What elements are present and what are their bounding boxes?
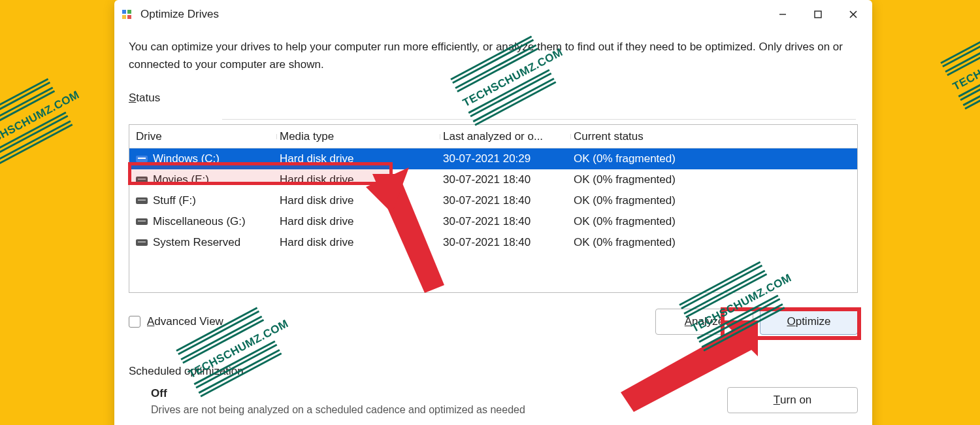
drive-table: Drive Media type Last analyzed or o... C… [129, 124, 858, 293]
media-type-cell: Hard disk drive [280, 215, 443, 228]
app-icon [121, 8, 134, 21]
current-status-cell: OK (0% fragmented) [574, 194, 857, 207]
table-row[interactable]: Stuff (F:)Hard disk drive30-07-2021 18:4… [129, 190, 857, 211]
table-row[interactable]: Movies (E:)Hard disk drive30-07-2021 18:… [129, 169, 857, 190]
drive-name-cell: Movies (E:) [136, 173, 280, 186]
drive-icon [136, 156, 148, 162]
current-status-cell: OK (0% fragmented) [574, 173, 857, 186]
last-analyzed-cell: 30-07-2021 18:40 [443, 236, 574, 249]
drive-name-cell: System Reserved [136, 236, 280, 249]
drive-name: Miscellaneous (G:) [153, 215, 246, 228]
drive-icon [136, 218, 148, 225]
svg-rect-1 [127, 10, 131, 14]
drive-name: Stuff (F:) [153, 194, 196, 207]
table-row[interactable]: Windows (C:)Hard disk drive30-07-2021 20… [129, 148, 857, 169]
media-type-cell: Hard disk drive [280, 236, 443, 249]
svg-rect-5 [815, 11, 821, 18]
table-row[interactable]: Miscellaneous (G:)Hard disk drive30-07-2… [129, 211, 857, 232]
optimize-button[interactable]: Optimize [760, 309, 858, 335]
close-button[interactable] [836, 2, 871, 27]
drive-name: Movies (E:) [153, 173, 209, 186]
media-type-cell: Hard disk drive [280, 194, 443, 207]
drive-name-cell: Miscellaneous (G:) [136, 215, 280, 228]
status-label: Status [129, 92, 160, 105]
close-icon [849, 10, 858, 19]
watermark: TECHSCHUMZ.COM [940, 10, 980, 113]
col-media-type[interactable]: Media type [280, 130, 443, 143]
drive-name: System Reserved [153, 236, 240, 249]
drive-name: Windows (C:) [153, 152, 220, 165]
turn-on-button[interactable]: Turn on [727, 387, 858, 413]
media-type-cell: Hard disk drive [280, 152, 443, 165]
last-analyzed-cell: 30-07-2021 18:40 [443, 194, 574, 207]
current-status-cell: OK (0% fragmented) [574, 152, 857, 165]
titlebar: Optimize Drives [114, 0, 872, 29]
drive-table-header[interactable]: Drive Media type Last analyzed or o... C… [129, 125, 857, 148]
analyze-button[interactable]: Analyze [655, 309, 753, 335]
maximize-icon [813, 10, 823, 19]
col-current-status[interactable]: Current status [574, 130, 857, 143]
last-analyzed-cell: 30-07-2021 18:40 [443, 173, 574, 186]
divider [222, 119, 856, 120]
svg-rect-0 [122, 10, 126, 14]
current-status-cell: OK (0% fragmented) [574, 236, 857, 249]
last-analyzed-cell: 30-07-2021 18:40 [443, 215, 574, 228]
advanced-view-checkbox[interactable]: Advanced View [129, 315, 223, 328]
minimize-icon [778, 10, 787, 19]
table-row[interactable]: System ReservedHard disk drive30-07-2021… [129, 232, 857, 253]
scheduled-optimization-label: Scheduled optimization [129, 365, 858, 378]
drive-name-cell: Windows (C:) [136, 152, 280, 165]
scheduled-state: Off [151, 387, 525, 400]
col-last-analyzed[interactable]: Last analyzed or o... [443, 130, 574, 143]
optimize-drives-window: Optimize Drives You can optimize your dr… [114, 0, 872, 425]
maximize-button[interactable] [800, 2, 836, 27]
drive-name-cell: Stuff (F:) [136, 194, 280, 207]
window-title: Optimize Drives [140, 8, 765, 21]
svg-rect-2 [122, 15, 126, 19]
advanced-view-label: Advanced View [147, 315, 223, 328]
last-analyzed-cell: 30-07-2021 20:29 [443, 152, 574, 165]
checkbox-icon [129, 316, 140, 328]
minimize-button[interactable] [765, 2, 800, 27]
description-text: You can optimize your drives to help you… [129, 38, 858, 73]
watermark: TECHSCHUMZ.COM [0, 69, 92, 172]
media-type-cell: Hard disk drive [280, 173, 443, 186]
scheduled-subtext: Drives are not being analyzed on a sched… [151, 404, 525, 416]
current-status-cell: OK (0% fragmented) [574, 215, 857, 228]
drive-icon [136, 239, 148, 246]
drive-icon [136, 197, 148, 204]
svg-rect-3 [127, 15, 131, 19]
col-drive[interactable]: Drive [136, 130, 280, 143]
drive-icon [136, 177, 148, 183]
